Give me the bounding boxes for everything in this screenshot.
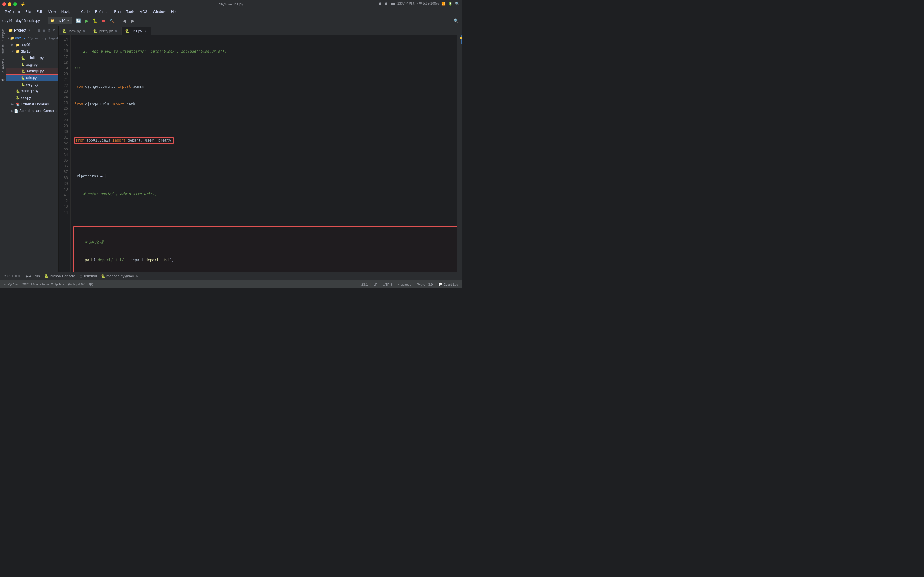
breadcrumb-day16-2[interactable]: day16 — [16, 19, 26, 23]
stop-button[interactable]: ⏹ — [100, 17, 107, 24]
sidebar-label-project[interactable]: 1: Project — [1, 27, 5, 43]
tree-item-wsgi[interactable]: 🐍 wsgi.py — [6, 81, 58, 88]
line-num-41: 41 — [59, 192, 68, 198]
python-version-status[interactable]: Python 3.9 — [416, 283, 434, 286]
line-num-27: 27 — [59, 111, 68, 117]
tab-close-form[interactable]: ✕ — [82, 29, 86, 33]
line-num-40: 40 — [59, 187, 68, 192]
toolbar-separator-1 — [45, 18, 45, 24]
line-num-24: 24 — [59, 94, 68, 100]
tab-form-py[interactable]: 🐍 form.py ✕ — [59, 27, 89, 35]
tree-item-day16-sub[interactable]: ▼ 📁 day16 — [6, 48, 58, 55]
tree-item-xxx[interactable]: 🐍 xxx.py — [6, 94, 58, 101]
settings-button[interactable]: ⚙ — [47, 28, 51, 33]
toolbar: day16 › day16 › urls.py 📁 day16 ▼ 🔄 ▶ 🐛 … — [0, 15, 462, 26]
sidebar-label-structure[interactable]: Structure — [1, 43, 5, 57]
system-icons: ⏺ ⏺ ■■ 1337字 周五下午 5:59 100% 📶 🔋 🔍 — [378, 1, 460, 6]
sys-icon-3: ■■ — [391, 2, 395, 6]
tab-urls-py[interactable]: 🐍 urls.py ✕ — [121, 27, 151, 35]
tree-item-scratches[interactable]: ▶ 📄 Scratches and Consoles — [6, 108, 58, 114]
breadcrumb-sep-1: › — [13, 19, 15, 23]
code-content[interactable]: 2. Add a URL to urlpatterns: path('blog/… — [71, 35, 457, 272]
tree-item-manage[interactable]: 🐍 manage.py — [6, 88, 58, 94]
run-button[interactable]: ▶ — [83, 17, 90, 24]
notification-item[interactable]: ⚠ PyCharm 2020.1.5 available: // Update.… — [2, 280, 94, 288]
run-panel[interactable]: ▶ 4: Run — [24, 274, 42, 279]
tree-item-app01[interactable]: ▶ 📁 app01 — [6, 42, 58, 48]
line-num-14: 14 — [59, 37, 68, 42]
menu-navigate[interactable]: Navigate — [59, 9, 78, 15]
line-col-status[interactable]: 23:1 — [360, 283, 369, 286]
status-sep-3: | — [395, 283, 396, 286]
traffic-lights — [2, 2, 17, 6]
forward-button[interactable]: ▶ — [129, 17, 136, 24]
tab-close-urls[interactable]: ✕ — [144, 29, 147, 33]
menu-help[interactable]: Help — [169, 9, 181, 15]
terminal-panel[interactable]: ⊡ Terminal — [78, 274, 99, 279]
line-num-29: 29 — [59, 123, 68, 129]
statusbar: ⚠ PyCharm 2020.1.5 available: // Update.… — [0, 280, 462, 288]
tree-item-external-libs[interactable]: ▶ 📚 External Libraries — [6, 101, 58, 108]
project-selector-label[interactable]: day16 — [56, 19, 66, 23]
close-panel-button[interactable]: ✕ — [52, 28, 56, 33]
debug-button[interactable]: 🐛 — [91, 17, 99, 24]
menu-refactor[interactable]: Refactor — [93, 9, 111, 15]
project-title: Project — [14, 28, 26, 32]
event-log-status[interactable]: 💬 Event Log — [437, 282, 460, 286]
breadcrumb-urls[interactable]: urls.py — [29, 19, 40, 23]
menu-tools[interactable]: Tools — [124, 9, 137, 15]
menu-file[interactable]: File — [23, 9, 33, 15]
project-panel-header: 📁 Project ▼ ⊕ ⊟ ⚙ ✕ — [6, 26, 58, 34]
line-num-25: 25 — [59, 100, 68, 106]
python-console-panel[interactable]: 🐍 Python Console — [42, 274, 77, 279]
menu-window[interactable]: Window — [150, 9, 168, 15]
line-ending-status[interactable]: LF — [372, 283, 378, 286]
tree-item-settings[interactable]: 🐍 settings.py — [6, 68, 58, 74]
tree-label-day16-sub: day16 — [21, 49, 31, 53]
search-icon[interactable]: 🔍 — [455, 2, 460, 6]
build-button[interactable]: 🔨 — [108, 17, 115, 24]
tree-item-root[interactable]: ▼ 📁 day16 ~/PycharmProjects/gx/day16 — [6, 35, 58, 42]
encoding-status[interactable]: UTF-8 — [382, 283, 393, 286]
python-console-label: Python Console — [50, 274, 75, 278]
project-selector-icon: 📁 — [50, 19, 55, 23]
indent-status[interactable]: 4 spaces — [397, 283, 412, 286]
sync-button[interactable]: 🔄 — [74, 17, 82, 24]
menu-run[interactable]: Run — [111, 9, 123, 15]
tree-label-wsgi: wsgi.py — [26, 82, 38, 87]
tab-icon-form: 🐍 — [62, 29, 67, 33]
menu-edit[interactable]: Edit — [34, 9, 45, 15]
minimize-button[interactable] — [8, 2, 11, 6]
tree-label-root: day16 — [15, 36, 25, 40]
manage-py-panel[interactable]: 🐍 manage.py@day16 — [99, 274, 140, 279]
tree-label-scratches: Scratches and Consoles — [19, 109, 58, 113]
tree-item-init[interactable]: 🐍 __init__.py — [6, 55, 58, 61]
run-icon: ▶ — [26, 274, 29, 278]
sidebar-label-favorites[interactable]: 2: Favorites — [1, 57, 5, 75]
star-icon[interactable]: ★ — [1, 77, 5, 82]
line-num-35: 35 — [59, 158, 68, 163]
notification-text: PyCharm 2020.1.5 available: // Update...… — [8, 282, 93, 287]
breadcrumb-day16-1[interactable]: day16 — [2, 19, 12, 23]
status-sep-4: | — [414, 283, 415, 286]
tab-close-pretty[interactable]: ✕ — [115, 29, 118, 33]
tab-pretty-py[interactable]: 🐍 pretty.py ✕ — [89, 27, 121, 35]
menu-view[interactable]: View — [46, 9, 58, 15]
menu-pycharm[interactable]: PyCharm — [2, 9, 22, 15]
maximize-button[interactable] — [13, 2, 17, 6]
code-line-21: urlpatterns = [ — [74, 173, 457, 179]
back-button[interactable]: ◀ — [121, 17, 128, 24]
breadcrumb: day16 › day16 › urls.py — [2, 19, 40, 23]
code-line-25: path('depart/list/', depart.depart_list)… — [76, 257, 456, 263]
status-sep-1: | — [370, 283, 371, 286]
collapse-button[interactable]: ⊟ — [42, 28, 46, 33]
search-everywhere-button[interactable]: 🔍 — [452, 17, 460, 24]
tree-item-urls[interactable]: 🐍 urls.py — [6, 74, 58, 81]
right-scrollbar[interactable] — [457, 35, 462, 272]
menu-vcs[interactable]: VCS — [137, 9, 150, 15]
todo-panel[interactable]: ≡ 6: TODO — [2, 274, 23, 279]
menu-code[interactable]: Code — [79, 9, 92, 15]
close-button[interactable] — [2, 2, 6, 6]
locate-button[interactable]: ⊕ — [37, 28, 41, 33]
tree-item-asgi[interactable]: 🐍 asgi.py — [6, 61, 58, 68]
